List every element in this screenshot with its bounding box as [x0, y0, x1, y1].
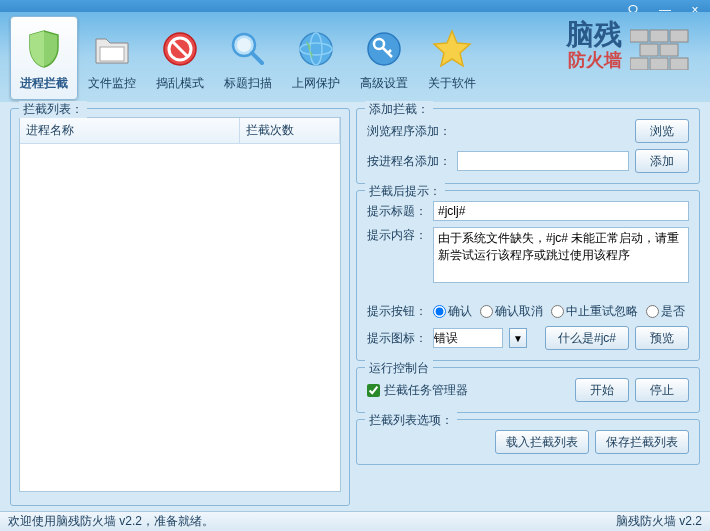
tab-web-protect[interactable]: 上网保护	[282, 16, 350, 100]
add-button[interactable]: 添加	[635, 149, 689, 173]
tip-title-label: 提示标题：	[367, 203, 427, 220]
whatis-button[interactable]: 什么是#jc#	[545, 326, 629, 350]
tab-about[interactable]: 关于软件	[418, 16, 486, 100]
globe-icon	[292, 25, 340, 73]
svg-rect-15	[630, 30, 648, 42]
radio-yesno[interactable]: 是否	[646, 303, 685, 320]
key-icon	[360, 25, 408, 73]
tip-icon-label: 提示图标：	[367, 330, 427, 347]
titlebar: — ×	[0, 0, 710, 12]
star-icon	[428, 25, 476, 73]
preview-button[interactable]: 预览	[635, 326, 689, 350]
brand-title: 脑残	[566, 21, 622, 49]
brand-subtitle: 防火墙	[566, 51, 622, 69]
shield-icon	[20, 25, 68, 73]
folder-icon	[88, 25, 136, 73]
load-list-button[interactable]: 载入拦截列表	[495, 430, 589, 454]
tab-label: 捣乱模式	[156, 75, 204, 92]
radio-okcancel[interactable]: 确认取消	[480, 303, 543, 320]
add-block-legend: 添加拦截：	[365, 101, 433, 118]
tab-label: 进程拦截	[20, 75, 68, 92]
wall-icon	[630, 20, 690, 70]
svg-rect-20	[630, 58, 648, 70]
add-block-panel: 添加拦截： 浏览程序添加： 浏览 按进程名添加： 添加	[356, 108, 700, 184]
tab-label: 关于软件	[428, 75, 476, 92]
browse-button[interactable]: 浏览	[635, 119, 689, 143]
listops-legend: 拦截列表选项：	[365, 412, 457, 429]
save-list-button[interactable]: 保存拦截列表	[595, 430, 689, 454]
tip-content-input[interactable]	[433, 227, 689, 283]
tip-button-label: 提示按钮：	[367, 303, 427, 320]
tab-advanced[interactable]: 高级设置	[350, 16, 418, 100]
svg-rect-16	[650, 30, 668, 42]
block-taskmgr-checkbox[interactable]: 拦截任务管理器	[367, 382, 468, 399]
col-block-count[interactable]: 拦截次数	[240, 118, 340, 143]
byname-label: 按进程名添加：	[367, 153, 451, 170]
tip-title-input[interactable]	[433, 201, 689, 221]
block-list-table[interactable]: 进程名称 拦截次数	[19, 117, 341, 492]
listops-panel: 拦截列表选项： 载入拦截列表 保存拦截列表	[356, 419, 700, 465]
tab-label: 标题扫描	[224, 75, 272, 92]
process-name-input[interactable]	[457, 151, 629, 171]
tip-content-label: 提示内容：	[367, 227, 427, 244]
svg-point-6	[237, 38, 251, 52]
search-icon	[224, 25, 272, 73]
svg-rect-17	[670, 30, 688, 42]
tab-file-monitor[interactable]: 文件监控	[78, 16, 146, 100]
col-process-name[interactable]: 进程名称	[20, 118, 240, 143]
tip-icon-dropdown[interactable]: ▼	[509, 328, 527, 348]
svg-rect-19	[660, 44, 678, 56]
svg-line-7	[252, 53, 262, 63]
runtime-legend: 运行控制台	[365, 360, 433, 377]
radio-abortretry[interactable]: 中止重试忽略	[551, 303, 638, 320]
browse-label: 浏览程序添加：	[367, 123, 451, 140]
tab-label: 上网保护	[292, 75, 340, 92]
tip-icon-select[interactable]	[433, 328, 503, 348]
tab-label: 高级设置	[360, 75, 408, 92]
tip-legend: 拦截后提示：	[365, 183, 445, 200]
tab-label: 文件监控	[88, 75, 136, 92]
tab-chaos-mode[interactable]: 捣乱模式	[146, 16, 214, 100]
status-left: 欢迎使用脑残防火墙 v2.2，准备就绪。	[8, 513, 214, 530]
tip-panel: 拦截后提示： 提示标题： 提示内容： 提示按钮： 确认 确认取消 中止重试忽略 …	[356, 190, 700, 361]
block-list-panel: 拦截列表： 进程名称 拦截次数	[10, 108, 350, 506]
statusbar: 欢迎使用脑残防火墙 v2.2，准备就绪。 脑残防火墙 v2.2	[0, 511, 710, 531]
toolbar: 进程拦截 文件监控 捣乱模式 标题扫描 上网保护 高级设置 关于软件	[0, 12, 710, 102]
stop-button[interactable]: 停止	[635, 378, 689, 402]
radio-ok[interactable]: 确认	[433, 303, 472, 320]
svg-rect-1	[100, 47, 124, 61]
brand: 脑残 防火墙	[566, 20, 690, 70]
svg-rect-21	[650, 58, 668, 70]
start-button[interactable]: 开始	[575, 378, 629, 402]
svg-point-8	[300, 33, 332, 65]
block-list-legend: 拦截列表：	[19, 101, 87, 118]
svg-rect-18	[640, 44, 658, 56]
tab-process-block[interactable]: 进程拦截	[10, 16, 78, 100]
svg-rect-22	[670, 58, 688, 70]
status-right: 脑残防火墙 v2.2	[616, 513, 702, 530]
tab-title-scan[interactable]: 标题扫描	[214, 16, 282, 100]
runtime-panel: 运行控制台 拦截任务管理器 开始 停止	[356, 367, 700, 413]
forbidden-icon	[156, 25, 204, 73]
